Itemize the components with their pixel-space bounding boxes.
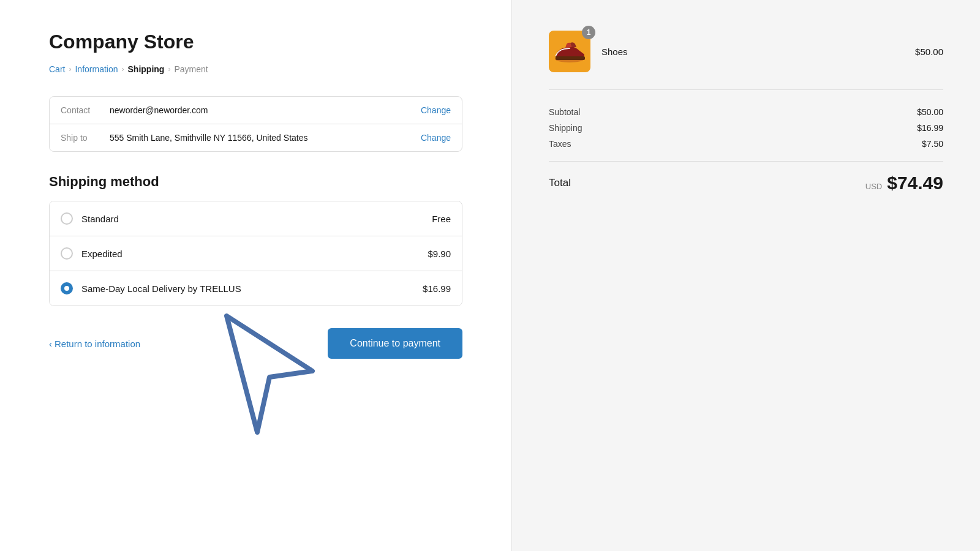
option-standard[interactable]: Standard Free [50,201,462,236]
breadcrumb-sep-1: › [69,65,71,73]
shipping-row: Shipping $16.99 [549,123,943,133]
radio-expedited [61,247,73,260]
taxes-value: $7.50 [922,139,943,149]
product-name: Shoes [601,47,915,57]
total-label: Total [549,177,571,189]
radio-sameday-inner [64,286,69,291]
contact-row: Contact neworder@neworder.com Change [50,97,462,124]
contact-value: neworder@neworder.com [110,105,421,115]
shoe-icon [553,39,586,64]
breadcrumb-cart[interactable]: Cart [49,64,65,74]
summary-rows: Subtotal $50.00 Shipping $16.99 Taxes $7… [549,107,943,149]
breadcrumb: Cart › Information › Shipping › Payment [49,64,462,74]
option-sameday[interactable]: Same-Day Local Delivery by TRELLUS $16.9… [50,271,462,305]
breadcrumb-shipping: Shipping [128,64,165,74]
info-box: Contact neworder@neworder.com Change Shi… [49,96,462,152]
option-standard-label: Standard [81,214,432,224]
product-row: 1 Shoes $50.00 [549,31,943,90]
total-row: Total USD $74.49 [549,173,943,193]
continue-button[interactable]: Continue to payment [328,328,462,359]
subtotal-label: Subtotal [549,107,580,117]
breadcrumb-information[interactable]: Information [75,64,118,74]
contact-change[interactable]: Change [421,105,451,115]
return-link[interactable]: ‹ Return to information [49,339,140,349]
shipping-label: Shipping [549,123,582,133]
breadcrumb-payment: Payment [174,64,208,74]
total-divider [549,161,943,162]
taxes-row: Taxes $7.50 [549,139,943,149]
shipping-method-title: Shipping method [49,174,462,190]
return-label: Return to information [55,339,140,349]
option-expedited-label: Expedited [81,249,428,259]
total-right: USD $74.49 [865,173,943,193]
radio-sameday [61,282,73,294]
option-expedited[interactable]: Expedited $9.90 [50,236,462,271]
return-chevron: ‹ [49,339,52,349]
option-sameday-label: Same-Day Local Delivery by TRELLUS [81,283,423,294]
ship-to-change[interactable]: Change [421,133,451,143]
total-currency: USD [865,182,882,191]
shipping-value: $16.99 [917,123,943,133]
product-price: $50.00 [915,47,943,57]
radio-standard [61,212,73,225]
ship-to-value: 555 Smith Lane, Smithville NY 11566, Uni… [110,133,421,143]
product-image-wrap: 1 [549,31,590,72]
breadcrumb-sep-2: › [122,65,124,73]
left-panel: Company Store Cart › Information › Shipp… [0,0,511,551]
taxes-label: Taxes [549,139,571,149]
svg-marker-0 [227,316,312,432]
cursor-arrow-icon [208,310,331,444]
subtotal-row: Subtotal $50.00 [549,107,943,117]
option-standard-price: Free [432,214,451,224]
contact-label: Contact [61,105,110,115]
total-amount: $74.49 [887,173,943,193]
breadcrumb-sep-3: › [168,65,170,73]
product-badge: 1 [582,26,595,39]
option-sameday-price: $16.99 [423,283,451,294]
ship-to-row: Ship to 555 Smith Lane, Smithville NY 11… [50,124,462,151]
ship-to-label: Ship to [61,133,110,143]
store-title: Company Store [49,31,462,53]
subtotal-value: $50.00 [917,107,943,117]
shipping-options: Standard Free Expedited $9.90 Same-Day L… [49,201,462,306]
right-panel: 1 Shoes $50.00 Subtotal $50.00 Shipping … [511,0,980,551]
actions-row: ‹ Return to information Continue to paym… [49,328,462,359]
option-expedited-price: $9.90 [428,249,451,259]
